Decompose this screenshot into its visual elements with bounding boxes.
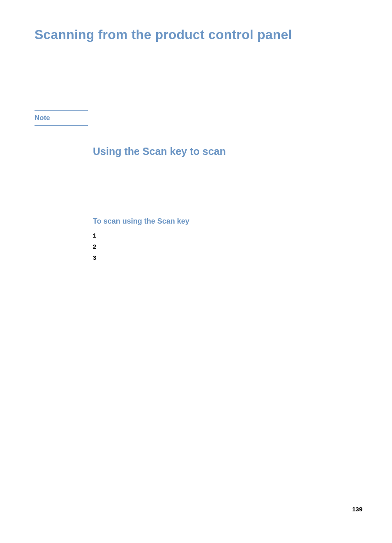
- heading-1: Scanning from the product control panel: [35, 27, 292, 42]
- heading-2: Using the Scan key to scan: [93, 146, 226, 157]
- steps-list: 1 2 3: [93, 229, 96, 261]
- heading-3: To scan using the Scan key: [93, 217, 189, 226]
- note-callout: Note: [35, 110, 88, 126]
- step-number: 3: [93, 254, 96, 261]
- step-number: 2: [93, 243, 96, 250]
- rule-top: [35, 110, 88, 111]
- page-number: 139: [352, 506, 362, 513]
- step-number: 1: [93, 232, 96, 239]
- document-page: Scanning from the product control panel …: [0, 0, 392, 543]
- note-label: Note: [35, 113, 88, 124]
- rule-bottom: [35, 125, 88, 126]
